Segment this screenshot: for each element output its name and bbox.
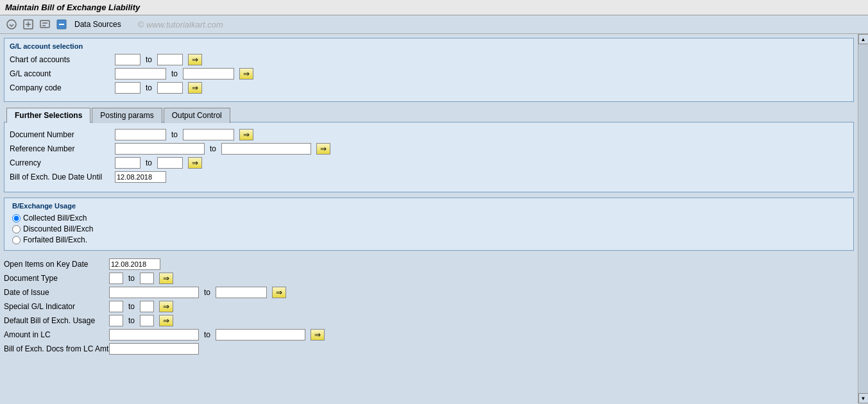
tab-further-selections[interactable]: Further Selections [6,108,90,123]
tab-posting-params[interactable]: Posting params [92,108,162,123]
doc-num-to-label: to [171,130,178,139]
svg-rect-2 [40,21,49,28]
document-type-arrow-btn[interactable]: ⇒ [159,273,173,284]
document-number-row: Document Number to ⇒ [10,129,848,140]
toolbar-icon-2[interactable] [22,18,35,31]
date-of-issue-row: Date of Issue to ⇒ [4,287,854,298]
chart-of-accounts-label: Chart of accounts [10,55,112,64]
bill-docs-row: Bill of Exch. Docs from LC Amt [4,343,854,355]
company-code-arrow-btn[interactable]: ⇒ [188,82,202,94]
reference-number-arrow-btn[interactable]: ⇒ [316,143,330,155]
discounted-label: Discounted Bill/Exch [23,224,93,233]
amount-lc-from[interactable] [109,329,199,341]
gl-account-row: G/L account to ⇒ [10,68,848,80]
currency-from[interactable] [115,157,140,169]
chart-of-accounts-from[interactable] [115,54,140,65]
gl-section-title: G/L account selection [10,41,848,50]
scroll-up-btn[interactable]: ▲ [858,34,869,44]
default-bill-from[interactable] [109,315,123,326]
tabs-container: Further Selections Posting params Output… [4,107,854,122]
company-code-row: Company code to ⇒ [10,82,848,94]
bexchange-title: B/Exchange Usage [12,202,846,210]
company-code-to[interactable] [157,82,183,94]
company-code-label: Company code [10,83,112,92]
chart-of-accounts-arrow-btn[interactable]: ⇒ [188,54,202,65]
scrollbar: ▲ ▼ [858,34,868,403]
scrollbar-track [858,44,868,393]
date-of-issue-label: Date of Issue [4,288,106,297]
bill-docs-from[interactable] [109,343,199,355]
gl-account-from[interactable] [115,68,166,80]
due-date-label: Bill of Exch. Due Date Until [10,173,112,181]
doc-type-to-label: to [128,274,135,283]
currency-to-label: to [146,158,152,167]
open-items-row: Open Items on Key Date [4,258,854,270]
special-gl-to[interactable] [140,301,154,312]
default-bill-arrow-btn[interactable]: ⇒ [159,315,173,326]
page-title: Maintain Bill of Exchange Liability [5,3,140,12]
toolbar-icon-1[interactable] [5,18,18,31]
document-type-label: Document Type [4,274,106,283]
toolbar-icon-4[interactable] [55,18,68,31]
open-items-label: Open Items on Key Date [4,260,106,269]
collected-radio-row: Collected Bill/Exch [12,214,846,223]
document-type-from[interactable] [109,273,123,284]
due-date-value[interactable] [115,171,166,183]
amount-lc-arrow-btn[interactable]: ⇒ [311,329,325,341]
date-of-issue-to[interactable] [216,287,267,298]
company-code-from[interactable] [115,82,140,94]
title-bar: Maintain Bill of Exchange Liability [0,0,868,15]
currency-label: Currency [10,158,112,167]
toolbar-icon-3[interactable] [38,18,51,31]
reference-number-to[interactable] [221,143,311,155]
bill-docs-label: Bill of Exch. Docs from LC Amt [4,344,106,353]
svg-point-0 [7,20,16,29]
watermark: © www.tutorialkart.com [138,20,223,29]
chart-of-accounts-to[interactable] [157,54,183,65]
gl-account-arrow-btn[interactable]: ⇒ [239,68,253,80]
currency-to[interactable] [157,157,183,169]
document-number-to[interactable] [183,129,234,140]
forfaited-radio-row: Forfaited Bill/Exch. [12,235,846,244]
gl-account-to[interactable] [183,68,234,80]
reference-number-label: Reference Number [10,144,112,153]
discounted-radio[interactable] [12,225,21,233]
tab-output-control[interactable]: Output Control [164,108,230,123]
currency-arrow-btn[interactable]: ⇒ [188,157,202,169]
collected-radio[interactable] [12,214,21,223]
chart-of-accounts-row: Chart of accounts to ⇒ [10,54,848,65]
toolbar: Data Sources © www.tutorialkart.com [0,15,868,34]
company-code-to-label: to [146,83,152,92]
date-of-issue-from[interactable] [109,287,199,298]
gl-account-section: G/L account selection Chart of accounts … [4,38,854,102]
default-bill-row: Default Bill of Exch. Usage to ⇒ [4,315,854,326]
collected-label: Collected Bill/Exch [23,214,87,223]
due-date-row: Bill of Exch. Due Date Until [10,171,848,183]
forfaited-radio[interactable] [12,236,21,244]
forfaited-label: Forfaited Bill/Exch. [23,235,87,244]
currency-row: Currency to ⇒ [10,157,848,169]
amount-lc-to[interactable] [216,329,305,341]
document-number-from[interactable] [115,129,166,140]
toolbar-data-sources[interactable]: Data Sources [74,20,121,29]
special-gl-arrow-btn[interactable]: ⇒ [159,301,173,312]
open-items-value[interactable] [109,258,160,270]
special-gl-from[interactable] [109,301,123,312]
default-bill-label: Default Bill of Exch. Usage [4,316,106,325]
discounted-radio-row: Discounted Bill/Exch [12,224,846,233]
tab-content-further-selections: Document Number to ⇒ Reference Number to… [4,122,854,192]
default-bill-to[interactable] [140,315,154,326]
document-number-label: Document Number [10,130,112,139]
special-gl-label: Special G/L Indicator [4,302,106,311]
scroll-down-btn[interactable]: ▼ [858,393,869,403]
ref-num-to-label: to [210,144,216,153]
document-type-to[interactable] [140,273,154,284]
gl-account-label: G/L account [10,69,112,78]
default-bill-to-label: to [128,316,135,325]
document-type-row: Document Type to ⇒ [4,273,854,284]
date-of-issue-arrow-btn[interactable]: ⇒ [272,287,286,298]
document-number-arrow-btn[interactable]: ⇒ [239,129,253,140]
amount-lc-to-label: to [204,330,210,339]
reference-number-row: Reference Number to ⇒ [10,143,848,155]
reference-number-from[interactable] [115,143,205,155]
